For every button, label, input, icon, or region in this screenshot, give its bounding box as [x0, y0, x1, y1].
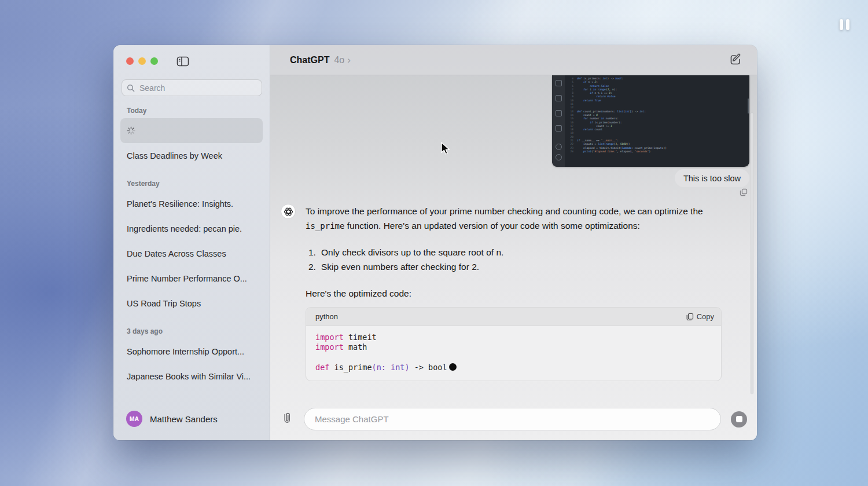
sidebar-item[interactable]: Prime Number Performance O... [120, 266, 263, 291]
assistant-list-item: 2.Skip even numbers after checking for 2… [308, 260, 503, 275]
search-icon [127, 84, 135, 92]
sidebar-toggle-icon[interactable] [176, 56, 189, 67]
code-token: def [315, 363, 329, 372]
chatgpt-window: TodayClass Deadlines by WeekYesterdayPla… [113, 45, 757, 440]
chevron-right-icon[interactable]: › [347, 55, 351, 65]
paragraph-text: function. Here's an updated version of y… [344, 221, 639, 231]
editor-code-lines: 4def is_prime(n: int) -> bool:5 if n < 2… [565, 77, 747, 154]
code-block: python Copy import timeit import math de… [306, 307, 722, 381]
main-panel: ChatGPT 4o › [270, 45, 757, 440]
assistant-avatar [281, 204, 296, 219]
search-input[interactable] [138, 83, 257, 93]
traffic-lights [126, 57, 158, 65]
code-token: -> bool [410, 363, 447, 372]
sidebar-section-label: Today [120, 103, 263, 118]
composer [270, 403, 757, 440]
user-name: Matthew Sanders [150, 414, 218, 424]
sidebar-account[interactable]: MA Matthew Sanders [126, 411, 218, 427]
code-token: import [315, 342, 344, 352]
scrollbar-thumb[interactable] [751, 113, 753, 394]
code-token: timeit [344, 332, 377, 342]
stop-generating-button[interactable] [731, 411, 747, 427]
assistant-list: 1.Only check divisors up to the square r… [308, 246, 503, 274]
inline-code: is_prime [306, 221, 344, 231]
chat-header: ChatGPT 4o › [270, 45, 757, 75]
sidebar-section-label: 3 days ago [120, 324, 263, 339]
recording-pause-icon[interactable] [840, 19, 849, 30]
editor-scrollbar [748, 98, 749, 114]
assistant-list-item: 1.Only check divisors up to the square r… [308, 246, 503, 260]
copy-message-icon[interactable] [740, 188, 748, 199]
sidebar-item[interactable]: Planet's Resilience: Insights. [120, 191, 263, 216]
streaming-cursor [449, 363, 457, 371]
sidebar-item[interactable]: Due Dates Across Classes [120, 241, 263, 266]
copy-label: Copy [697, 312, 714, 321]
code-block-header: python Copy [306, 308, 721, 326]
sidebar-section-label: Yesterday [120, 176, 263, 191]
loading-spinner-icon [127, 126, 135, 135]
user-message-bubble: This is too slow [675, 169, 749, 187]
openai-logo-icon [284, 207, 293, 217]
copy-code-button[interactable]: Copy [686, 312, 714, 321]
assistant-paragraph-2: Here's the optimized code: [306, 288, 411, 299]
assistant-paragraph: To improve the performance of your prime… [306, 204, 711, 233]
message-input-field[interactable] [304, 408, 721, 430]
new-chat-icon[interactable] [729, 53, 742, 68]
paragraph-text: To improve the performance of your prime… [306, 206, 703, 216]
search-field[interactable] [122, 79, 262, 96]
code-token: (n: int) [372, 363, 410, 372]
stop-icon [736, 416, 742, 422]
sidebar-item[interactable]: Class Deadlines by Week [120, 143, 263, 168]
sidebar-item[interactable]: Ingredients needed: pecan pie. [120, 216, 263, 241]
sidebar-conversation-list: TodayClass Deadlines by WeekYesterdayPla… [120, 103, 263, 389]
chat-content: 4def is_prime(n: int) -> bool:5 if n < 2… [270, 75, 757, 403]
close-window-button[interactable] [126, 57, 134, 65]
sidebar: TodayClass Deadlines by WeekYesterdayPla… [113, 45, 270, 440]
message-input[interactable] [314, 414, 711, 425]
code-token: math [344, 342, 367, 352]
avatar: MA [126, 411, 142, 427]
zoom-window-button[interactable] [150, 57, 158, 65]
attached-screenshot-image[interactable]: 4def is_prime(n: int) -> bool:5 if n < 2… [552, 75, 749, 167]
code-token: import [315, 332, 344, 342]
editor-activity-bar [552, 75, 565, 167]
editor-code-line: 24 print("Elapsed time:", elapsed, "seco… [565, 150, 747, 154]
minimize-window-button[interactable] [138, 57, 146, 65]
desktop: TodayClass Deadlines by WeekYesterdayPla… [0, 0, 868, 486]
sidebar-item[interactable]: Sophomore Internship Opport... [120, 339, 263, 364]
sidebar-item[interactable]: Japanese Books with Similar Vi... [120, 364, 263, 389]
sidebar-item[interactable]: US Road Trip Stops [120, 291, 263, 316]
code-token: is_prime [329, 363, 372, 372]
code-language-label: python [315, 312, 338, 321]
attach-file-icon[interactable] [282, 412, 292, 426]
code-block-body: import timeit import math def is_prime(n… [306, 326, 721, 379]
clipboard-icon [686, 313, 694, 321]
sidebar-item-loading[interactable] [120, 118, 263, 143]
model-label[interactable]: 4o [334, 55, 344, 65]
app-title: ChatGPT [290, 55, 329, 65]
